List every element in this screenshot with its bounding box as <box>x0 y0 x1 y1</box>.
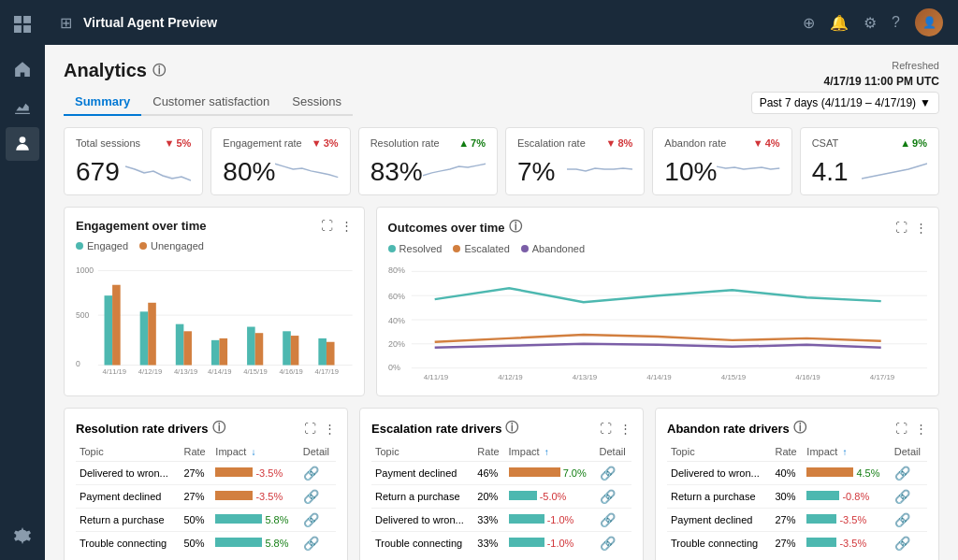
tab-customer-satisfaction[interactable]: Customer satisfaction <box>141 89 281 116</box>
col-impact-0[interactable]: Impact ↓ <box>211 444 298 462</box>
legend-unengaged: Unengaged <box>139 240 204 251</box>
resolution-more-icon[interactable]: ⋮ <box>324 422 336 436</box>
tab-sessions[interactable]: Sessions <box>281 89 353 116</box>
table-row: Trouble connecting 33% -1.0% 🔗 <box>371 532 631 555</box>
engagement-chart-card: Engagement over time ⛶ ⋮ Engaged Unengag… <box>64 207 365 396</box>
detail-link-e3[interactable]: 🔗 <box>600 536 616 551</box>
svg-rect-3 <box>23 25 31 33</box>
kpi-sparkline-2 <box>423 152 486 185</box>
detail-link-a3[interactable]: 🔗 <box>894 536 910 551</box>
col-topic-2: Topic <box>667 444 771 462</box>
svg-text:0: 0 <box>76 359 80 368</box>
outcomes-info-icon[interactable]: ⓘ <box>509 219 522 236</box>
add-icon[interactable]: ⊕ <box>803 14 815 32</box>
col-rate-2: Rate <box>771 444 803 462</box>
kpi-value-4: 10% <box>664 159 717 185</box>
legend-engaged: Engaged <box>76 240 128 251</box>
avatar[interactable]: 👤 <box>915 8 943 36</box>
detail-link-a2[interactable]: 🔗 <box>894 512 910 527</box>
expand-icon[interactable]: ⛶ <box>321 219 333 233</box>
tab-summary[interactable]: Summary <box>64 89 141 116</box>
resolution-header-row: Topic Rate Impact ↓ Detail <box>76 444 336 462</box>
help-icon[interactable]: ? <box>892 14 900 31</box>
resolution-info-icon[interactable]: ⓘ <box>212 420 225 437</box>
engagement-legend: Engaged Unengaged <box>76 240 353 251</box>
nav-settings-icon[interactable] <box>6 519 39 553</box>
col-impact-2[interactable]: Impact ↑ <box>803 444 890 462</box>
nav-analytics-icon[interactable] <box>6 90 39 123</box>
svg-text:4/16/19: 4/16/19 <box>795 373 820 381</box>
col-impact-1[interactable]: Impact ↑ <box>505 444 596 462</box>
nav-home-icon[interactable] <box>6 52 39 86</box>
detail-link-e1[interactable]: 🔗 <box>600 489 616 504</box>
detail-link-2[interactable]: 🔗 <box>303 512 319 527</box>
app-grid-icon[interactable]: ⊞ <box>60 14 72 32</box>
svg-rect-19 <box>247 327 255 366</box>
escalation-actions: ⛶ ⋮ <box>600 422 631 436</box>
kpi-value-1: 80% <box>223 159 275 185</box>
refreshed-label: Refreshed <box>892 60 939 71</box>
outcomes-chart-title: Outcomes over time ⓘ <box>388 219 522 236</box>
abandon-more-icon[interactable]: ⋮ <box>915 422 927 436</box>
outcomes-chart-actions: ⛶ ⋮ <box>895 221 927 235</box>
kpi-escalation-rate: Escalation rate ▼ 8% 7% <box>505 127 645 195</box>
svg-text:4/13/19: 4/13/19 <box>572 373 597 381</box>
outcomes-more-icon[interactable]: ⋮ <box>915 221 927 235</box>
svg-text:4/14/19: 4/14/19 <box>208 367 231 376</box>
more-icon[interactable]: ⋮ <box>341 219 353 233</box>
escalation-expand-icon[interactable]: ⛶ <box>600 422 612 436</box>
engagement-bar-chart: 1000 500 0 <box>76 257 353 379</box>
nav-bot-icon[interactable] <box>6 127 39 161</box>
topbar: ⊞ Virtual Agent Preview ⊕ 🔔 ⚙ ? 👤 <box>45 0 958 45</box>
resolution-actions: ⛶ ⋮ <box>304 422 336 436</box>
col-topic-0: Topic <box>76 444 180 462</box>
kpi-row: Total sessions ▼ 5% 679 Engagement rate … <box>64 127 939 195</box>
svg-rect-21 <box>283 331 291 365</box>
svg-rect-2 <box>14 25 22 33</box>
abandon-info-icon[interactable]: ⓘ <box>793 420 806 437</box>
escalation-info-icon[interactable]: ⓘ <box>505 420 518 437</box>
svg-text:1000: 1000 <box>76 266 94 275</box>
abandon-expand-icon[interactable]: ⛶ <box>895 422 907 436</box>
title-info-icon[interactable]: ⓘ <box>152 63 166 79</box>
app-title: Virtual Agent Preview <box>83 15 217 30</box>
svg-rect-13 <box>140 311 149 365</box>
detail-link-0[interactable]: 🔗 <box>303 466 319 481</box>
page-header: Analytics ⓘ Summary Customer satisfactio… <box>64 60 939 116</box>
detail-link-3[interactable]: 🔗 <box>303 536 319 551</box>
page-title: Analytics ⓘ <box>64 60 353 81</box>
svg-rect-24 <box>327 342 335 366</box>
charts-row: Engagement over time ⛶ ⋮ Engaged Unengag… <box>64 207 939 396</box>
svg-text:4/13/19: 4/13/19 <box>174 367 197 376</box>
table-row: Delivered to wron... 40% 4.5% 🔗 <box>667 462 927 485</box>
resolution-expand-icon[interactable]: ⛶ <box>304 422 316 436</box>
nav-grid-icon[interactable] <box>6 7 39 41</box>
svg-rect-1 <box>23 16 31 23</box>
kpi-badge-4: ▼ 4% <box>753 137 780 149</box>
page-title-area: Analytics ⓘ Summary Customer satisfactio… <box>64 60 353 116</box>
escalation-more-icon[interactable]: ⋮ <box>619 422 631 436</box>
detail-link-e0[interactable]: 🔗 <box>600 466 616 481</box>
table-row: Payment declined 27% -3.5% 🔗 <box>667 509 927 532</box>
detail-link-e2[interactable]: 🔗 <box>600 512 616 527</box>
detail-link-a0[interactable]: 🔗 <box>894 466 910 481</box>
svg-rect-20 <box>255 333 264 365</box>
table-row: Trouble connecting 50% 5.8% 🔗 <box>76 532 336 555</box>
kpi-badge-5: ▲ 9% <box>900 137 927 149</box>
outcomes-expand-icon[interactable]: ⛶ <box>895 221 907 235</box>
date-filter[interactable]: Past 7 days (4/11/19 – 4/17/19) ▼ <box>751 92 939 114</box>
bell-icon[interactable]: 🔔 <box>830 14 849 32</box>
kpi-csat: CSAT ▲ 9% 4.1 <box>800 127 939 195</box>
svg-rect-11 <box>105 295 113 365</box>
abandon-header-row: Topic Rate Impact ↑ Detail <box>667 444 927 462</box>
table-row: Return a purchase 30% -0.8% 🔗 <box>667 485 927 509</box>
kpi-sparkline-4 <box>717 152 779 185</box>
escalation-header-row: Topic Rate Impact ↑ Detail <box>371 444 631 462</box>
table-row: Payment declined 46% 7.0% 🔗 <box>371 462 631 485</box>
svg-text:0%: 0% <box>388 363 400 372</box>
gear-icon[interactable]: ⚙ <box>864 14 877 32</box>
refresh-info: Refreshed 4/17/19 11:00 PM UTC Past 7 da… <box>751 60 939 114</box>
detail-link-a1[interactable]: 🔗 <box>894 489 910 504</box>
svg-rect-12 <box>112 285 121 366</box>
detail-link-1[interactable]: 🔗 <box>303 489 319 504</box>
